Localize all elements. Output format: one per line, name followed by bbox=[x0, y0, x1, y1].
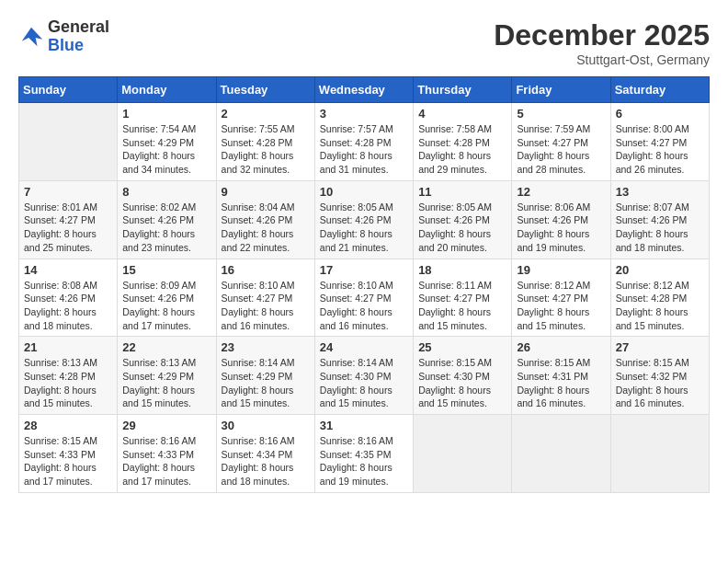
day-header: Sunday bbox=[19, 77, 118, 103]
day-number: 4 bbox=[418, 107, 506, 121]
day-number: 2 bbox=[222, 107, 310, 121]
day-info: Sunrise: 8:04 AM Sunset: 4:26 PM Dayligh… bbox=[222, 201, 310, 255]
day-number: 6 bbox=[616, 107, 704, 121]
day-info: Sunrise: 8:13 AM Sunset: 4:28 PM Dayligh… bbox=[24, 356, 112, 410]
calendar-cell: 27Sunrise: 8:15 AM Sunset: 4:32 PM Dayli… bbox=[610, 337, 709, 415]
month-title: December 2025 bbox=[494, 18, 710, 52]
calendar-cell: 14Sunrise: 8:08 AM Sunset: 4:26 PM Dayli… bbox=[19, 259, 118, 337]
day-number: 16 bbox=[222, 263, 310, 277]
calendar-cell: 13Sunrise: 8:07 AM Sunset: 4:26 PM Dayli… bbox=[610, 180, 709, 259]
day-info: Sunrise: 8:15 AM Sunset: 4:33 PM Dayligh… bbox=[24, 434, 112, 488]
calendar-cell: 9Sunrise: 8:04 AM Sunset: 4:26 PM Daylig… bbox=[216, 180, 314, 259]
day-header: Monday bbox=[118, 77, 216, 103]
calendar-cell: 5Sunrise: 7:59 AM Sunset: 4:27 PM Daylig… bbox=[512, 103, 610, 181]
day-number: 15 bbox=[122, 263, 210, 277]
day-number: 12 bbox=[517, 185, 605, 199]
calendar-cell: 17Sunrise: 8:10 AM Sunset: 4:27 PM Dayli… bbox=[314, 259, 413, 337]
day-header: Friday bbox=[512, 77, 610, 103]
day-info: Sunrise: 8:15 AM Sunset: 4:30 PM Dayligh… bbox=[418, 356, 506, 410]
day-info: Sunrise: 8:10 AM Sunset: 4:27 PM Dayligh… bbox=[320, 279, 408, 333]
day-info: Sunrise: 7:57 AM Sunset: 4:28 PM Dayligh… bbox=[320, 122, 408, 177]
day-info: Sunrise: 8:16 AM Sunset: 4:34 PM Dayligh… bbox=[222, 434, 310, 488]
day-number: 8 bbox=[122, 185, 210, 199]
calendar-cell: 1Sunrise: 7:54 AM Sunset: 4:29 PM Daylig… bbox=[118, 103, 216, 181]
calendar-week-row: 21Sunrise: 8:13 AM Sunset: 4:28 PM Dayli… bbox=[19, 337, 710, 415]
day-info: Sunrise: 7:58 AM Sunset: 4:28 PM Dayligh… bbox=[418, 122, 506, 177]
day-number: 5 bbox=[517, 107, 605, 121]
day-info: Sunrise: 8:15 AM Sunset: 4:32 PM Dayligh… bbox=[616, 356, 704, 410]
day-number: 9 bbox=[222, 185, 310, 199]
calendar-cell: 21Sunrise: 8:13 AM Sunset: 4:28 PM Dayli… bbox=[19, 337, 118, 415]
day-header: Thursday bbox=[414, 77, 512, 103]
calendar-cell: 31Sunrise: 8:16 AM Sunset: 4:35 PM Dayli… bbox=[314, 415, 413, 493]
day-info: Sunrise: 8:05 AM Sunset: 4:26 PM Dayligh… bbox=[320, 201, 408, 255]
calendar-cell: 15Sunrise: 8:09 AM Sunset: 4:26 PM Dayli… bbox=[118, 259, 216, 337]
calendar-week-row: 1Sunrise: 7:54 AM Sunset: 4:29 PM Daylig… bbox=[19, 103, 710, 181]
day-info: Sunrise: 8:08 AM Sunset: 4:26 PM Dayligh… bbox=[24, 279, 112, 333]
logo-text: General Blue bbox=[48, 18, 109, 55]
day-number: 3 bbox=[320, 107, 408, 121]
calendar-cell: 8Sunrise: 8:02 AM Sunset: 4:26 PM Daylig… bbox=[118, 180, 216, 259]
calendar-cell: 25Sunrise: 8:15 AM Sunset: 4:30 PM Dayli… bbox=[414, 337, 512, 415]
calendar-cell: 22Sunrise: 8:13 AM Sunset: 4:29 PM Dayli… bbox=[118, 337, 216, 415]
day-number: 19 bbox=[517, 263, 605, 277]
day-info: Sunrise: 8:14 AM Sunset: 4:30 PM Dayligh… bbox=[320, 356, 408, 410]
day-info: Sunrise: 8:01 AM Sunset: 4:27 PM Dayligh… bbox=[24, 201, 112, 255]
calendar-cell: 24Sunrise: 8:14 AM Sunset: 4:30 PM Dayli… bbox=[314, 337, 413, 415]
calendar-cell: 4Sunrise: 7:58 AM Sunset: 4:28 PM Daylig… bbox=[414, 103, 512, 181]
logo-icon bbox=[18, 24, 44, 50]
calendar-cell: 18Sunrise: 8:11 AM Sunset: 4:27 PM Dayli… bbox=[414, 259, 512, 337]
location: Stuttgart-Ost, Germany bbox=[494, 52, 710, 67]
day-number: 31 bbox=[320, 419, 408, 432]
day-number: 28 bbox=[24, 419, 112, 432]
day-info: Sunrise: 8:07 AM Sunset: 4:26 PM Dayligh… bbox=[616, 201, 704, 255]
day-info: Sunrise: 8:13 AM Sunset: 4:29 PM Dayligh… bbox=[122, 356, 210, 410]
page-header: General Blue December 2025 Stuttgart-Ost… bbox=[18, 18, 710, 67]
calendar-week-row: 14Sunrise: 8:08 AM Sunset: 4:26 PM Dayli… bbox=[19, 259, 710, 337]
day-number: 1 bbox=[122, 107, 210, 121]
day-info: Sunrise: 8:10 AM Sunset: 4:27 PM Dayligh… bbox=[222, 279, 310, 333]
calendar-table: SundayMondayTuesdayWednesdayThursdayFrid… bbox=[18, 76, 710, 493]
day-number: 11 bbox=[418, 185, 506, 199]
day-number: 21 bbox=[24, 340, 112, 354]
day-info: Sunrise: 7:59 AM Sunset: 4:27 PM Dayligh… bbox=[517, 122, 605, 177]
logo-general: General bbox=[48, 18, 109, 37]
day-header: Tuesday bbox=[216, 77, 314, 103]
calendar-cell bbox=[610, 415, 709, 493]
day-number: 10 bbox=[320, 185, 408, 199]
day-number: 30 bbox=[222, 419, 310, 432]
day-info: Sunrise: 8:14 AM Sunset: 4:29 PM Dayligh… bbox=[222, 356, 310, 410]
day-info: Sunrise: 8:02 AM Sunset: 4:26 PM Dayligh… bbox=[122, 201, 210, 255]
day-info: Sunrise: 8:05 AM Sunset: 4:26 PM Dayligh… bbox=[418, 201, 506, 255]
calendar-cell: 3Sunrise: 7:57 AM Sunset: 4:28 PM Daylig… bbox=[314, 103, 413, 181]
day-info: Sunrise: 8:16 AM Sunset: 4:35 PM Dayligh… bbox=[320, 434, 408, 488]
day-number: 24 bbox=[320, 340, 408, 354]
logo-blue: Blue bbox=[48, 37, 109, 55]
day-number: 29 bbox=[122, 419, 210, 432]
calendar-cell: 19Sunrise: 8:12 AM Sunset: 4:27 PM Dayli… bbox=[512, 259, 610, 337]
calendar-cell: 28Sunrise: 8:15 AM Sunset: 4:33 PM Dayli… bbox=[19, 415, 118, 493]
calendar-cell: 26Sunrise: 8:15 AM Sunset: 4:31 PM Dayli… bbox=[512, 337, 610, 415]
calendar-cell: 2Sunrise: 7:55 AM Sunset: 4:28 PM Daylig… bbox=[216, 103, 314, 181]
day-number: 25 bbox=[418, 340, 506, 354]
day-info: Sunrise: 7:55 AM Sunset: 4:28 PM Dayligh… bbox=[222, 122, 310, 177]
calendar-cell: 7Sunrise: 8:01 AM Sunset: 4:27 PM Daylig… bbox=[19, 180, 118, 259]
calendar-cell: 30Sunrise: 8:16 AM Sunset: 4:34 PM Dayli… bbox=[216, 415, 314, 493]
calendar-cell: 16Sunrise: 8:10 AM Sunset: 4:27 PM Dayli… bbox=[216, 259, 314, 337]
day-number: 7 bbox=[24, 185, 112, 199]
day-number: 26 bbox=[517, 340, 605, 354]
day-info: Sunrise: 8:06 AM Sunset: 4:26 PM Dayligh… bbox=[517, 201, 605, 255]
day-number: 27 bbox=[616, 340, 704, 354]
day-number: 22 bbox=[122, 340, 210, 354]
calendar-week-row: 7Sunrise: 8:01 AM Sunset: 4:27 PM Daylig… bbox=[19, 180, 710, 259]
calendar-cell: 23Sunrise: 8:14 AM Sunset: 4:29 PM Dayli… bbox=[216, 337, 314, 415]
day-header: Saturday bbox=[610, 77, 709, 103]
calendar-cell: 6Sunrise: 8:00 AM Sunset: 4:27 PM Daylig… bbox=[610, 103, 709, 181]
day-info: Sunrise: 8:11 AM Sunset: 4:27 PM Dayligh… bbox=[418, 279, 506, 333]
day-info: Sunrise: 7:54 AM Sunset: 4:29 PM Dayligh… bbox=[122, 122, 210, 177]
calendar-cell bbox=[19, 103, 118, 181]
day-number: 14 bbox=[24, 263, 112, 277]
calendar-cell: 12Sunrise: 8:06 AM Sunset: 4:26 PM Dayli… bbox=[512, 180, 610, 259]
day-info: Sunrise: 8:00 AM Sunset: 4:27 PM Dayligh… bbox=[616, 122, 704, 177]
calendar-cell: 11Sunrise: 8:05 AM Sunset: 4:26 PM Dayli… bbox=[414, 180, 512, 259]
